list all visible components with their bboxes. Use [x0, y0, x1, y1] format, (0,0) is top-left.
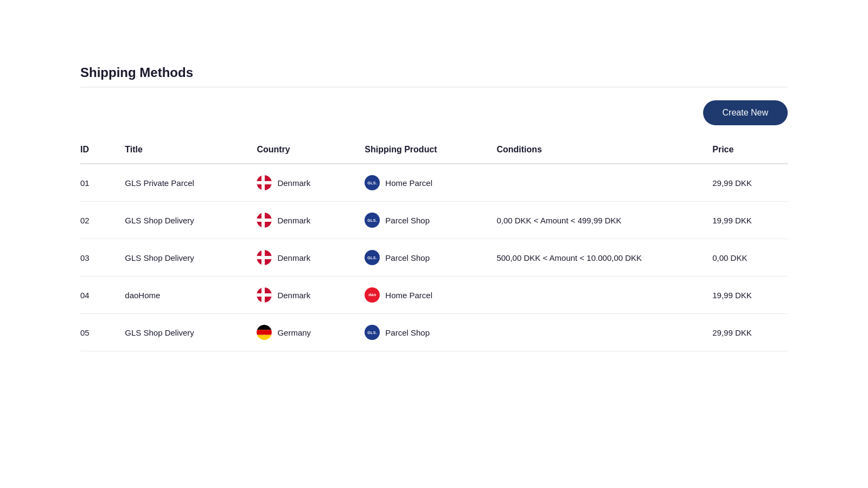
country-name: Germany — [277, 328, 311, 337]
cell-price: 0,00 DKK — [704, 239, 788, 277]
product-name: Home Parcel — [385, 178, 432, 188]
col-header-price: Price — [704, 138, 788, 164]
table-row[interactable]: 05 GLS Shop Delivery Germany GLS. — [80, 314, 788, 351]
shipping-methods-table: ID Title Country Shipping Product Condit… — [80, 138, 788, 351]
toolbar: Create New — [80, 100, 788, 125]
col-header-id: ID — [80, 138, 116, 164]
country-name: Denmark — [277, 291, 310, 300]
denmark-flag-icon — [257, 175, 272, 190]
cell-shipping-product: GLS. Parcel Shop — [356, 314, 488, 351]
title-divider — [80, 87, 788, 87]
product-name: Parcel Shop — [385, 328, 430, 337]
col-header-country: Country — [248, 138, 356, 164]
cell-shipping-product: dao Home Parcel — [356, 277, 488, 314]
country-name: Denmark — [277, 253, 310, 262]
svg-rect-2 — [261, 175, 265, 190]
col-header-shipping-product: Shipping Product — [356, 138, 488, 164]
cell-title: daoHome — [116, 277, 248, 314]
cell-conditions: 500,00 DKK < Amount < 10.000,00 DKK — [488, 239, 704, 277]
gls-logo-icon: GLS. — [365, 250, 380, 265]
svg-rect-5 — [261, 213, 265, 228]
cell-id: 03 — [80, 239, 116, 277]
svg-rect-8 — [261, 250, 265, 265]
cell-shipping-product: GLS. Home Parcel — [356, 164, 488, 202]
cell-id: 04 — [80, 277, 116, 314]
product-name: Home Parcel — [385, 291, 432, 300]
cell-country: Denmark — [248, 164, 356, 202]
cell-conditions — [488, 314, 704, 351]
denmark-flag-icon — [257, 213, 272, 228]
dao-logo-icon: dao — [365, 287, 380, 303]
denmark-flag-icon — [257, 250, 272, 265]
cell-price: 19,99 DKK — [704, 202, 788, 239]
country-name: Denmark — [277, 216, 310, 225]
cell-title: GLS Shop Delivery — [116, 202, 248, 239]
table-header-row: ID Title Country Shipping Product Condit… — [80, 138, 788, 164]
gls-logo-icon: GLS. — [365, 175, 380, 190]
table-row[interactable]: 02 GLS Shop Delivery Denmark GLS. Parcel… — [80, 202, 788, 239]
cell-conditions — [488, 164, 704, 202]
cell-id: 05 — [80, 314, 116, 351]
gls-logo-icon: GLS. — [365, 213, 380, 228]
table-row[interactable]: 01 GLS Private Parcel Denmark GLS. Home … — [80, 164, 788, 202]
denmark-flag-icon — [257, 287, 272, 303]
germany-flag-icon — [257, 325, 272, 340]
col-header-conditions: Conditions — [488, 138, 704, 164]
svg-rect-11 — [261, 287, 265, 303]
country-name: Denmark — [277, 178, 310, 188]
svg-rect-13 — [257, 325, 272, 330]
gls-logo-icon: GLS. — [365, 325, 380, 340]
cell-title: GLS Shop Delivery — [116, 314, 248, 351]
cell-price: 19,99 DKK — [704, 277, 788, 314]
cell-country: Germany — [248, 314, 356, 351]
col-header-title: Title — [116, 138, 248, 164]
cell-conditions: 0,00 DKK < Amount < 499,99 DKK — [488, 202, 704, 239]
cell-shipping-product: GLS. Parcel Shop — [356, 202, 488, 239]
cell-title: GLS Shop Delivery — [116, 239, 248, 277]
page-container: Shipping Methods Create New ID Title Cou… — [0, 0, 868, 384]
table-row[interactable]: 04 daoHome Denmark dao Home Parcel 19, — [80, 277, 788, 314]
cell-price: 29,99 DKK — [704, 314, 788, 351]
product-name: Parcel Shop — [385, 253, 430, 262]
page-title: Shipping Methods — [80, 65, 788, 80]
table-row[interactable]: 03 GLS Shop Delivery Denmark GLS. Parcel… — [80, 239, 788, 277]
product-name: Parcel Shop — [385, 216, 430, 225]
cell-id: 02 — [80, 202, 116, 239]
cell-conditions — [488, 277, 704, 314]
cell-shipping-product: GLS. Parcel Shop — [356, 239, 488, 277]
create-new-button[interactable]: Create New — [703, 100, 788, 125]
cell-id: 01 — [80, 164, 116, 202]
svg-rect-15 — [257, 335, 272, 340]
cell-country: Denmark — [248, 202, 356, 239]
cell-title: GLS Private Parcel — [116, 164, 248, 202]
cell-country: Denmark — [248, 277, 356, 314]
svg-rect-14 — [257, 330, 272, 335]
cell-price: 29,99 DKK — [704, 164, 788, 202]
cell-country: Denmark — [248, 239, 356, 277]
